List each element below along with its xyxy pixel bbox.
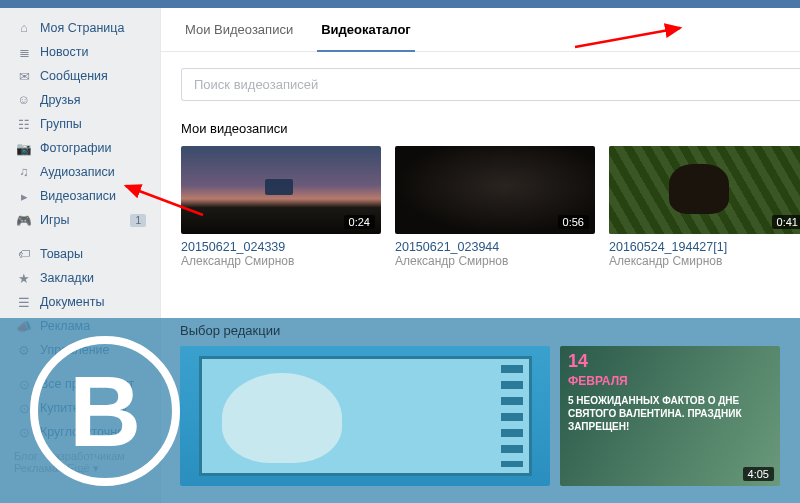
search-bar: [161, 52, 800, 117]
video-author: Александр Смирнов: [609, 254, 800, 268]
nav-messages[interactable]: ✉Сообщения: [0, 64, 160, 88]
tag-icon: 🏷: [14, 246, 34, 262]
video-list: 0:24 20150621_024339 Александр Смирнов 0…: [161, 146, 800, 268]
video-author: Александр Смирнов: [395, 254, 595, 268]
nav-bookmarks[interactable]: ★Закладки: [0, 266, 160, 290]
editor-thumbs: 14ФЕВРАЛЯ 5 НЕОЖИДАННЫХ ФАКТОВ О ДНЕ СВЯ…: [180, 346, 780, 486]
gamepad-icon: 🎮: [14, 212, 34, 228]
video-icon: ▸: [14, 188, 34, 204]
video-thumb: 0:24: [181, 146, 381, 234]
camera-icon: 📷: [14, 140, 34, 156]
video-author: Александр Смирнов: [181, 254, 381, 268]
nav-label: Сообщения: [40, 69, 152, 83]
nav-photos[interactable]: 📷Фотографии: [0, 136, 160, 160]
editor-caption: 5 НЕОЖИДАННЫХ ФАКТОВ О ДНЕ СВЯТОГО ВАЛЕН…: [568, 394, 772, 433]
tab-my-videos[interactable]: Мои Видеозаписи: [181, 8, 297, 52]
nav-market[interactable]: 🏷Товары: [0, 242, 160, 266]
doc-icon: ☰: [14, 294, 34, 310]
editor-video[interactable]: [180, 346, 550, 486]
nav-label: Друзья: [40, 93, 152, 107]
nav-news[interactable]: ≣Новости: [0, 40, 160, 64]
video-thumb: 0:41: [609, 146, 800, 234]
search-input[interactable]: [181, 68, 800, 101]
nav-label: Фотографии: [40, 141, 152, 155]
nav-games[interactable]: 🎮Игры1: [0, 208, 160, 232]
video-card[interactable]: 0:24 20150621_024339 Александр Смирнов: [181, 146, 381, 268]
nav-friends[interactable]: ☺Друзья: [0, 88, 160, 112]
nav-label: Товары: [40, 247, 152, 261]
nav-audio[interactable]: ♫Аудиозаписи: [0, 160, 160, 184]
tabs: Мои Видеозаписи Видеокаталог Добавить ви…: [161, 8, 800, 52]
video-duration: 0:24: [344, 215, 375, 229]
home-icon: ⌂: [14, 20, 34, 36]
tab-catalog[interactable]: Видеокаталог: [317, 8, 415, 52]
editor-badge: ФЕВРАЛЯ: [568, 374, 628, 388]
video-duration: 0:56: [558, 215, 589, 229]
nav-label: Игры: [40, 213, 130, 227]
nav-label: Моя Страница: [40, 21, 152, 35]
top-bar: [0, 0, 800, 8]
nav-label: Группы: [40, 117, 152, 131]
logo-letter: В: [30, 336, 180, 486]
video-title: 20150621_024339: [181, 240, 381, 254]
nav-label: Новости: [40, 45, 152, 59]
video-thumb: 0:56: [395, 146, 595, 234]
nav-badge: 1: [130, 214, 146, 227]
groups-icon: ☷: [14, 116, 34, 132]
video-duration: 4:05: [743, 467, 774, 481]
video-title: 20150621_023944: [395, 240, 595, 254]
news-icon: ≣: [14, 44, 34, 60]
nav-label: Закладки: [40, 271, 152, 285]
nav-label: Аудиозаписи: [40, 165, 152, 179]
video-title: 20160524_194427[1]: [609, 240, 800, 254]
nav-documents[interactable]: ☰Документы: [0, 290, 160, 314]
nav-groups[interactable]: ☷Группы: [0, 112, 160, 136]
video-duration: 0:41: [772, 215, 800, 229]
editor-badge: 14: [568, 351, 588, 371]
message-icon: ✉: [14, 68, 34, 84]
friends-icon: ☺: [14, 92, 34, 108]
editor-video[interactable]: 14ФЕВРАЛЯ 5 НЕОЖИДАННЫХ ФАКТОВ О ДНЕ СВЯ…: [560, 346, 780, 486]
star-icon: ★: [14, 270, 34, 286]
music-icon: ♫: [14, 164, 34, 180]
video-card[interactable]: 0:56 20150621_023944 Александр Смирнов: [395, 146, 595, 268]
video-card[interactable]: 0:41 20160524_194427[1] Александр Смирно…: [609, 146, 800, 268]
watermark-overlay: Выбор редакции 14ФЕВРАЛЯ 5 НЕОЖИДАННЫХ Ф…: [0, 318, 800, 503]
nav-video[interactable]: ▸Видеозаписи: [0, 184, 160, 208]
nav-label: Видеозаписи: [40, 189, 152, 203]
nav-my-page[interactable]: ⌂Моя Страница: [0, 16, 160, 40]
section-my-videos: Мои видеозаписи: [161, 117, 800, 146]
nav-label: Документы: [40, 295, 152, 309]
watermark-logo: В: [0, 318, 200, 503]
